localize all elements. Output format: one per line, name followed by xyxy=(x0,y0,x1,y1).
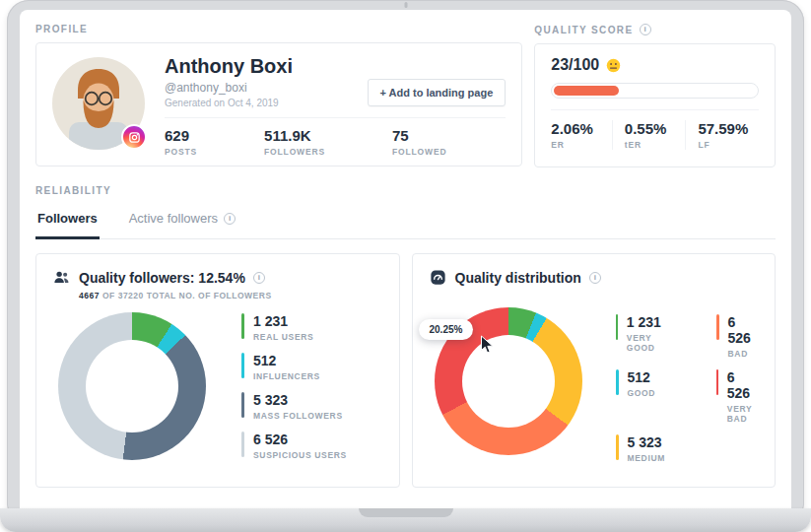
chart-tooltip: 20.25% xyxy=(419,319,474,340)
quality-score-section-label: QUALITY SCORE xyxy=(534,25,633,35)
quality-followers-legend: 1 231 REAL USERS 512 INFLUENCERS xyxy=(241,313,347,460)
quality-score-stats: 2.06% ER 0.55% tER 57.59% LF xyxy=(551,109,759,150)
stat-label: tER xyxy=(625,140,686,150)
legend-label: VERY BAD xyxy=(727,404,759,424)
info-icon[interactable]: i xyxy=(253,272,265,284)
stat-label: FOLLOWED xyxy=(392,147,446,157)
profile-section-label: PROFILE xyxy=(35,24,522,34)
legend-color xyxy=(241,392,244,418)
info-icon[interactable]: i xyxy=(224,213,236,225)
profile-card: Anthony Boxi @anthony_boxi Generated on … xyxy=(35,42,522,166)
device-base-notch xyxy=(359,508,453,517)
profile-name: Anthony Boxi xyxy=(165,55,293,78)
camera-notch-icon xyxy=(404,2,407,8)
stat-label: FOLLOWERS xyxy=(264,147,325,157)
legend-item: 6 526 BAD xyxy=(716,314,759,359)
stat-value: 57.59% xyxy=(698,120,759,137)
info-icon[interactable]: i xyxy=(640,24,651,35)
legend-color xyxy=(616,434,619,460)
tabs: Followers Active followers i xyxy=(35,202,776,239)
tab-followers[interactable]: Followers xyxy=(35,202,100,239)
mouse-cursor-icon xyxy=(480,335,494,355)
info-icon[interactable]: i xyxy=(589,272,601,284)
legend-item: 5 323 MEDIUM xyxy=(616,434,671,463)
legend-color xyxy=(241,432,244,457)
stat-lf: 57.59% LF xyxy=(685,120,759,150)
chart-title: Quality followers: 12.54% xyxy=(79,270,245,286)
legend-label: VERY GOOD xyxy=(627,333,671,353)
stat-ter: 0.55% tER xyxy=(612,120,686,150)
legend-label: REAL USERS xyxy=(253,332,313,342)
quality-followers-donut-chart[interactable] xyxy=(58,312,206,460)
legend-value: 6 526 xyxy=(728,314,759,346)
subtitle-value: 4667 xyxy=(79,291,100,300)
legend-value: 512 xyxy=(628,369,656,385)
add-to-landing-page-button[interactable]: + Add to landing page xyxy=(368,79,507,106)
generated-date: Generated on Oct 4, 2019 xyxy=(165,98,293,108)
legend-label: GOOD xyxy=(628,388,656,398)
legend-label: MASS FOLLOWERS xyxy=(253,411,343,421)
legend-color xyxy=(616,314,618,340)
neutral-face-icon xyxy=(606,58,621,73)
legend-item: 1 231 REAL USERS xyxy=(241,313,347,342)
device-bezel: PROFILE xyxy=(7,0,804,514)
chart-title: Quality distribution xyxy=(455,270,581,286)
legend-item: 5 323 MASS FOLLOWERS xyxy=(241,392,347,421)
legend-color xyxy=(716,314,719,340)
legend-color xyxy=(241,313,244,339)
instagram-icon xyxy=(121,124,147,150)
quality-distribution-card: Quality distribution i 20.25% xyxy=(412,253,777,488)
stat-er: 2.06% ER xyxy=(551,120,612,150)
legend-value: 5 323 xyxy=(628,434,666,450)
quality-score-value: 23/100 xyxy=(551,56,599,74)
quality-score-progress xyxy=(551,83,759,99)
stat-label: ER xyxy=(551,140,612,150)
legend-color xyxy=(241,353,244,378)
legend-color xyxy=(716,369,718,395)
legend-value: 1 231 xyxy=(253,313,313,329)
profile-handle[interactable]: @anthony_boxi xyxy=(165,81,293,95)
stat-label: POSTS xyxy=(165,147,197,157)
legend-value: 512 xyxy=(253,353,320,368)
legend-value: 1 231 xyxy=(627,314,671,330)
legend-label: INFLUENCERS xyxy=(253,371,320,381)
subtitle-text: OF 37220 TOTAL NO. OF FOLLOWERS xyxy=(102,291,272,300)
stat-posts: 629 POSTS xyxy=(165,127,197,157)
stat-value: 511.9K xyxy=(264,127,325,144)
avatar xyxy=(52,57,145,150)
profile-stats: 629 POSTS 511.9K FOLLOWERS 75 xyxy=(165,117,506,157)
quality-progress-fill xyxy=(554,86,619,96)
legend-label: BAD xyxy=(728,349,759,359)
stat-followed: 75 FOLLOWED xyxy=(392,127,446,157)
stat-followers: 511.9K FOLLOWERS xyxy=(264,127,325,157)
legend-value: 5 323 xyxy=(253,392,343,408)
chart-subtitle: 4667OF 37220 TOTAL NO. OF FOLLOWERS xyxy=(79,291,383,300)
stat-label: LF xyxy=(698,140,759,150)
followers-icon xyxy=(52,268,71,287)
legend-item: 512 GOOD xyxy=(616,369,671,424)
stat-value: 629 xyxy=(165,127,197,144)
quality-distribution-icon xyxy=(429,268,447,287)
tooltip-value: 20.25% xyxy=(430,324,463,335)
legend-value: 6 526 xyxy=(727,369,759,401)
stat-value: 2.06% xyxy=(551,120,612,137)
legend-item: 1 231 VERY GOOD xyxy=(616,314,671,359)
quality-score-card: 23/100 xyxy=(534,43,776,167)
stat-value: 0.55% xyxy=(625,120,686,137)
legend-label: MEDIUM xyxy=(628,453,666,463)
tab-active-followers[interactable]: Active followers i xyxy=(127,202,237,239)
device-mockup: PROFILE xyxy=(0,0,811,532)
tab-label: Followers xyxy=(37,211,98,226)
device-base xyxy=(0,508,811,532)
quality-distribution-donut-wrap: 20.25% xyxy=(435,307,582,455)
legend-value: 6 526 xyxy=(253,432,347,447)
legend-item: 6 526 SUSPICIOUS USERS xyxy=(241,432,347,460)
legend-label: SUSPICIOUS USERS xyxy=(253,450,347,460)
legend-item: 512 INFLUENCERS xyxy=(241,353,347,381)
legend-item: 6 526 VERY BAD xyxy=(716,369,759,424)
quality-followers-donut-wrap xyxy=(58,312,206,460)
app-screen: PROFILE xyxy=(20,10,791,514)
legend-color xyxy=(616,369,619,395)
reliability-section-label: RELIABILITY xyxy=(35,185,776,196)
tab-label: Active followers xyxy=(129,211,218,226)
